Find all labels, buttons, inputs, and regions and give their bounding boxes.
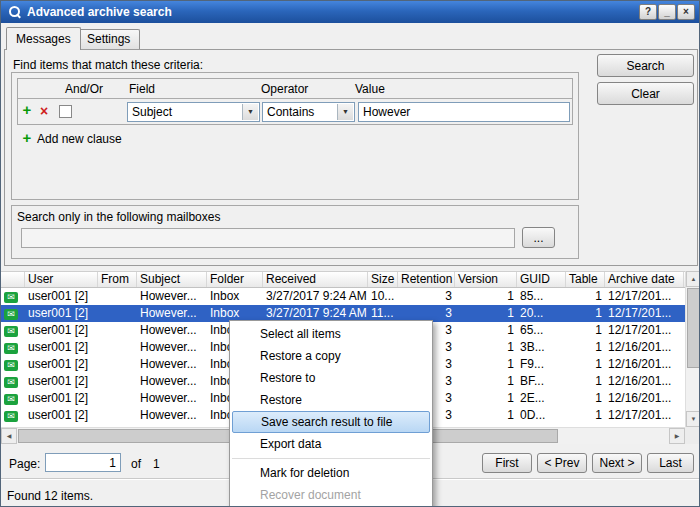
header-guid[interactable]: GUID — [517, 272, 566, 287]
cell-archive-date: 12/16/201... — [605, 356, 684, 373]
cell-retention: 3 — [398, 288, 455, 305]
cell-guid: F9... — [517, 356, 566, 373]
header-archive-date[interactable]: Archive date — [605, 272, 684, 287]
grid-header-divider — [18, 98, 572, 99]
cell-icon: ✉ — [1, 373, 25, 390]
andor-checkbox[interactable] — [59, 105, 72, 118]
minimize-button[interactable]: _ — [658, 4, 676, 20]
menu-item-restore-a-copy[interactable]: Restore a copy — [230, 345, 432, 367]
cell-subject: However... — [137, 390, 207, 407]
cell-icon: ✉ — [1, 390, 25, 407]
scroll-down-icon[interactable]: ▼ — [686, 411, 700, 427]
cell-icon: ✉ — [1, 407, 25, 424]
search-button[interactable]: Search — [597, 54, 694, 77]
cell-subject: However... — [137, 407, 207, 424]
last-page-button[interactable]: Last — [647, 453, 694, 473]
cell-table: 1 — [566, 305, 605, 322]
cell-guid: 65... — [517, 322, 566, 339]
table-row[interactable]: ✉ user001 [2] However... Inbox 3/27/2017… — [1, 288, 685, 305]
message-icon: ✉ — [4, 377, 18, 388]
cell-subject: However... — [137, 356, 207, 373]
context-menu: Select all items Restore a copy Restore … — [229, 320, 433, 507]
cell-table: 1 — [566, 390, 605, 407]
cell-user: user001 [2] — [25, 390, 98, 407]
column-field: Field — [129, 82, 155, 96]
cell-guid: 2E... — [517, 390, 566, 407]
header-version[interactable]: Version — [455, 272, 517, 287]
cell-size: 10... — [368, 288, 398, 305]
tab-messages[interactable]: Messages — [6, 27, 81, 50]
menu-item-mark-for-deletion[interactable]: Mark for deletion — [230, 462, 432, 484]
message-icon: ✉ — [4, 292, 18, 303]
cell-subject: However... — [137, 322, 207, 339]
cell-guid: 20... — [517, 305, 566, 322]
cell-archive-date: 12/17/201... — [605, 288, 684, 305]
header-size[interactable]: Size — [368, 272, 398, 287]
menu-item-export-data[interactable]: Export data — [230, 433, 432, 455]
window-title: Advanced archive search — [27, 5, 172, 19]
cell-archive-date: 12/16/201... — [605, 339, 684, 356]
next-page-button[interactable]: Next > — [592, 453, 642, 473]
scroll-up-icon[interactable]: ▲ — [686, 271, 700, 287]
message-icon: ✉ — [4, 394, 18, 405]
browse-mailboxes-button[interactable]: ... — [522, 227, 555, 248]
add-new-clause-link[interactable]: Add new clause — [37, 132, 122, 146]
cell-version: 1 — [455, 305, 517, 322]
scroll-right-icon[interactable]: ▶ — [669, 428, 685, 444]
cell-icon: ✉ — [1, 305, 25, 322]
header-retention[interactable]: Retention — [398, 272, 455, 287]
message-icon: ✉ — [4, 326, 18, 337]
vertical-scrollbar[interactable]: ▲ ▼ — [685, 271, 700, 427]
first-page-button[interactable]: First — [482, 453, 532, 473]
header-folder[interactable]: Folder — [207, 272, 263, 287]
value-input[interactable] — [358, 102, 570, 122]
cell-user: user001 [2] — [25, 373, 98, 390]
header-from[interactable]: From — [98, 272, 137, 287]
menu-item-restore-to[interactable]: Restore to — [230, 367, 432, 389]
vertical-scroll-thumb[interactable] — [687, 288, 700, 368]
combo-arrow-icon[interactable]: ▼ — [242, 104, 258, 120]
menu-item-restore[interactable]: Restore — [230, 389, 432, 411]
scroll-left-icon[interactable]: ◀ — [1, 428, 17, 444]
operator-select[interactable]: Contains ▼ — [262, 102, 355, 122]
mailboxes-input[interactable] — [21, 228, 515, 248]
cell-archive-date: 12/17/201... — [605, 407, 684, 424]
cell-from — [98, 356, 137, 373]
tab-settings[interactable]: Settings — [77, 29, 140, 49]
cell-from — [98, 339, 137, 356]
header-received[interactable]: Received — [263, 272, 368, 287]
cell-table: 1 — [566, 407, 605, 424]
page-input[interactable] — [45, 453, 121, 472]
cell-table: 1 — [566, 339, 605, 356]
cell-guid: 3B... — [517, 339, 566, 356]
cell-from — [98, 288, 137, 305]
remove-clause-icon[interactable]: × — [37, 102, 51, 120]
column-andor: And/Or — [65, 82, 103, 96]
clear-button[interactable]: Clear — [597, 82, 694, 105]
add-clause-icon[interactable]: + — [20, 101, 34, 119]
results-header: User From Subject Folder Received Size R… — [1, 271, 685, 288]
cell-icon: ✉ — [1, 356, 25, 373]
header-table[interactable]: Table — [566, 272, 605, 287]
header-user[interactable]: User — [25, 272, 98, 287]
page-total: 1 — [153, 457, 160, 471]
field-select[interactable]: Subject ▼ — [127, 102, 260, 122]
menu-item-select-all[interactable]: Select all items — [230, 323, 432, 345]
cell-user: user001 [2] — [25, 305, 98, 322]
close-button[interactable]: × — [677, 4, 695, 20]
menu-item-save-search-result[interactable]: Save search result to file — [232, 411, 430, 433]
advanced-archive-search-window: Advanced archive search ? _ × Messages S… — [0, 0, 700, 507]
cell-version: 1 — [455, 373, 517, 390]
cell-from — [98, 407, 137, 424]
combo-arrow-icon[interactable]: ▼ — [337, 104, 353, 120]
prev-page-button[interactable]: < Prev — [537, 453, 587, 473]
header-icon-column[interactable] — [1, 272, 25, 287]
help-button[interactable]: ? — [639, 4, 657, 20]
cell-icon: ✉ — [1, 322, 25, 339]
header-subject[interactable]: Subject — [137, 272, 207, 287]
cell-from — [98, 390, 137, 407]
operator-select-value: Contains — [267, 104, 314, 121]
criteria-heading: Find items that match these criteria: — [13, 58, 203, 72]
scrollbar-corner — [685, 427, 700, 444]
add-new-clause-icon[interactable]: + — [20, 129, 34, 147]
